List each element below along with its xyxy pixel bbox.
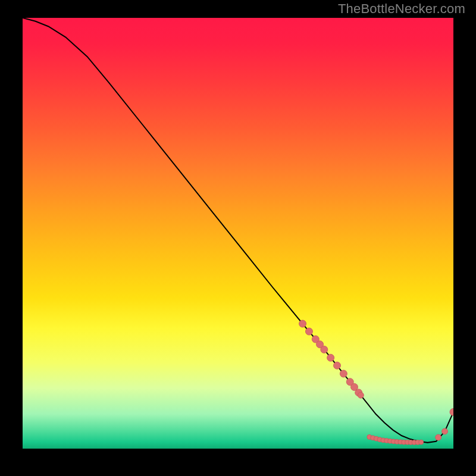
- marker-group: [299, 320, 453, 444]
- data-marker: [327, 354, 334, 361]
- data-marker: [321, 346, 328, 353]
- data-marker: [436, 434, 441, 440]
- data-marker: [450, 408, 453, 415]
- data-marker: [340, 370, 347, 377]
- data-marker: [305, 328, 312, 335]
- plot-area: [23, 18, 453, 449]
- data-marker: [442, 428, 448, 434]
- curve-overlay: [23, 18, 453, 449]
- data-marker: [334, 362, 341, 369]
- chart-frame: TheBottleNecker.com: [0, 0, 476, 476]
- bottleneck-curve-path: [23, 18, 453, 443]
- data-marker: [358, 392, 364, 398]
- data-marker: [419, 440, 424, 444]
- data-marker: [299, 320, 306, 327]
- watermark-text: TheBottleNecker.com: [338, 1, 465, 17]
